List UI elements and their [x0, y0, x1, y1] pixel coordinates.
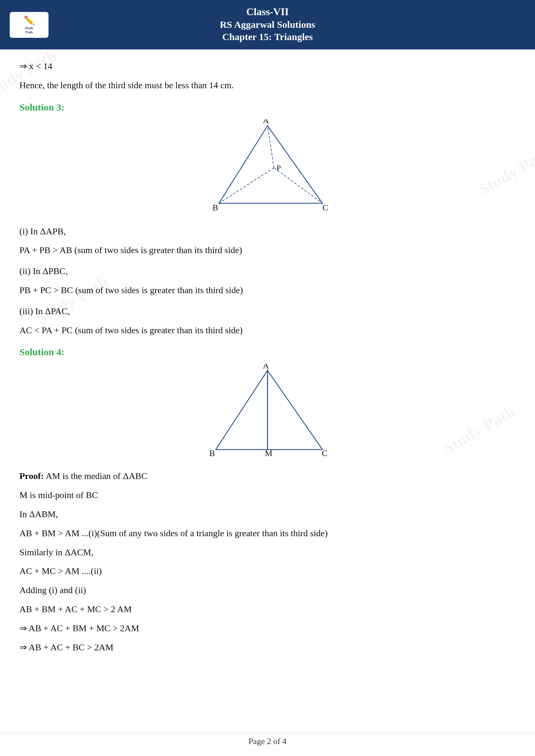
header-line2: RS Aggarwal Solutions: [3, 19, 532, 30]
solution3-part3-label: (iii) In ΔPAC,: [19, 304, 516, 319]
svg-text:B: B: [209, 448, 215, 458]
solution3-part2: (ii) In ΔPBC, PB + PC > BC (sum of two s…: [19, 264, 516, 298]
svg-marker-0: [219, 126, 323, 203]
intro-line1: ⇒ x < 14: [19, 59, 516, 74]
diagram-triangle2: A B M C: [19, 364, 516, 460]
header-line3: Chapter 15: Triangles: [3, 31, 532, 42]
solution4-line8: ⇒ AB + AC + BM + MC > 2AM: [19, 621, 516, 636]
solution4-line3: AB + BM > AM ...(i)(Sum of any two sides…: [19, 526, 516, 541]
proof-text: AM is the median of ΔABC: [44, 471, 148, 481]
solution4-proof: Proof: AM is the median of ΔABC: [19, 469, 516, 483]
solution3-part3: (iii) In ΔPAC, AC < PA + PC (sum of two …: [19, 304, 516, 338]
svg-marker-9: [268, 370, 323, 449]
page-footer: Page 2 of 4: [0, 733, 535, 749]
main-content: ⇒ x < 14 Hence, the length of the third …: [0, 49, 535, 685]
solution4-heading: Solution 4:: [19, 346, 516, 358]
solution3-part1: (i) In ΔAPB, PA + PB > AB (sum of two si…: [19, 224, 516, 258]
page-number: Page 2 of 4: [248, 737, 287, 746]
svg-line-1: [268, 126, 274, 168]
header-line1: Class-VII: [3, 6, 532, 18]
solution3-part2-label: (ii) In ΔPBC,: [19, 264, 516, 279]
solution4-line5: AC + MC > AM ....(ii): [19, 564, 516, 579]
svg-text:A: A: [263, 119, 269, 125]
svg-text:A: A: [263, 364, 269, 370]
solution4-line9: ⇒ AB + AC + BC > 2AM: [19, 640, 516, 655]
solution4-line4: Similarly in ΔACM,: [19, 545, 516, 560]
solution4-line7: AB + BM + AC + MC > 2 AM: [19, 602, 516, 617]
svg-marker-8: [216, 370, 268, 449]
diagram-triangle1: A B C P: [19, 119, 516, 215]
svg-text:C: C: [323, 203, 328, 212]
solution3-part1-label: (i) In ΔAPB,: [19, 224, 516, 239]
logo-text: StudyPath: [24, 26, 35, 34]
svg-text:B: B: [212, 203, 218, 212]
solution3-part3-text: AC < PA + PC (sum of two sides is greate…: [19, 323, 516, 338]
svg-line-3: [274, 168, 323, 203]
page-header: ✏️ StudyPath Class-VII RS Aggarwal Solut…: [0, 0, 535, 49]
svg-text:P: P: [276, 164, 281, 172]
solution3-part2-text: PB + PC > BC (sum of two sides is greate…: [19, 283, 516, 298]
intro-line2: Hence, the length of the third side must…: [19, 78, 516, 93]
solution4-line1: M is mid-point of BC: [19, 488, 516, 502]
solution3-part1-text: PA + PB > AB (sum of two sides is greate…: [19, 243, 516, 257]
solution3-heading: Solution 3:: [19, 102, 516, 113]
logo: ✏️ StudyPath: [10, 12, 48, 38]
proof-label: Proof:: [19, 471, 44, 481]
svg-line-2: [219, 168, 274, 203]
solution4-line6: Adding (i) and (ii): [19, 583, 516, 598]
svg-text:M: M: [265, 448, 272, 458]
logo-icon: ✏️: [24, 15, 35, 26]
solution4-line2: In ΔABM,: [19, 507, 516, 522]
svg-text:C: C: [322, 448, 327, 458]
